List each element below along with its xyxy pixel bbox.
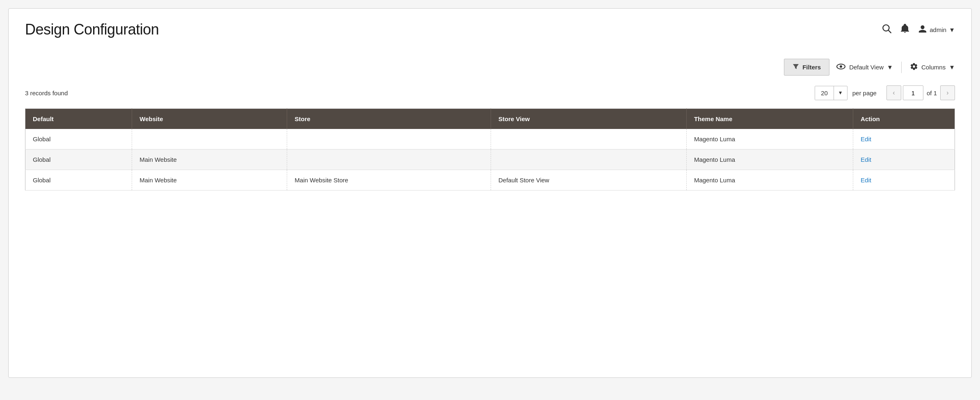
col-header-action: Action — [853, 109, 955, 129]
col-header-default: Default — [25, 109, 132, 129]
filter-icon — [793, 63, 799, 71]
gear-icon — [910, 62, 918, 72]
next-page-button[interactable]: › — [940, 85, 955, 100]
cell-website: Main Website — [132, 149, 287, 170]
col-header-store-view: Store View — [491, 109, 686, 129]
col-header-store: Store — [287, 109, 491, 129]
edit-link[interactable]: Edit — [861, 177, 871, 184]
filters-label: Filters — [802, 64, 821, 71]
user-caret-icon: ▼ — [949, 26, 955, 33]
view-control[interactable]: Default View ▼ — [836, 63, 893, 71]
page-number-input[interactable] — [903, 85, 923, 100]
per-page-label: per page — [852, 90, 877, 97]
cell-store — [287, 129, 491, 149]
search-icon[interactable] — [881, 23, 892, 36]
col-header-website: Website — [132, 109, 287, 129]
cell-store_view — [491, 149, 686, 170]
table-header-row: Default Website Store Store View Theme N… — [25, 109, 955, 129]
cell-store — [287, 149, 491, 170]
chevron-left-icon: ‹ — [893, 89, 895, 97]
cell-default: Global — [25, 170, 132, 191]
table-row: GlobalMagento LumaEdit — [25, 129, 955, 149]
table-head: Default Website Store Store View Theme N… — [25, 109, 955, 129]
records-found: 3 records found — [25, 90, 68, 97]
header-actions: admin ▼ — [881, 21, 955, 36]
username-label: admin — [930, 26, 946, 33]
columns-label: Columns — [921, 64, 946, 71]
cell-store_view — [491, 129, 686, 149]
per-page-select[interactable]: 20 ▼ — [815, 86, 848, 100]
page-header: Design Configuration admin — [25, 21, 955, 46]
eye-icon — [836, 63, 846, 71]
page-of-label: of 1 — [927, 90, 937, 97]
edit-link[interactable]: Edit — [861, 136, 871, 143]
user-menu[interactable]: admin ▼ — [918, 25, 955, 35]
records-bar: 3 records found 20 ▼ per page ‹ of 1 › — [25, 85, 955, 100]
cell-website — [132, 129, 287, 149]
per-page-value: 20 — [815, 86, 834, 100]
pagination: 20 ▼ per page ‹ of 1 › — [815, 85, 955, 100]
toolbar-divider — [901, 62, 902, 73]
view-label: Default View — [849, 64, 884, 71]
prev-page-button[interactable]: ‹ — [886, 85, 901, 100]
table-body: GlobalMagento LumaEditGlobalMain Website… — [25, 129, 955, 191]
cell-theme_name: Magento Luma — [686, 149, 853, 170]
page-nav: ‹ of 1 › — [886, 85, 955, 100]
bell-icon[interactable] — [900, 23, 910, 36]
cell-store_view: Default Store View — [491, 170, 686, 191]
edit-link[interactable]: Edit — [861, 156, 871, 163]
svg-marker-2 — [793, 64, 799, 69]
filters-button[interactable]: Filters — [784, 59, 829, 76]
table-row: GlobalMain WebsiteMain Website StoreDefa… — [25, 170, 955, 191]
col-header-theme-name: Theme Name — [686, 109, 853, 129]
cell-default: Global — [25, 129, 132, 149]
page-title: Design Configuration — [25, 21, 159, 38]
user-icon — [918, 25, 927, 35]
data-table: Default Website Store Store View Theme N… — [25, 108, 955, 191]
cell-action: Edit — [853, 170, 955, 191]
page-wrapper: Design Configuration admin — [8, 8, 972, 378]
view-caret-icon: ▼ — [887, 64, 893, 71]
cell-store: Main Website Store — [287, 170, 491, 191]
cell-website: Main Website — [132, 170, 287, 191]
columns-caret-icon: ▼ — [949, 64, 955, 71]
cell-action: Edit — [853, 149, 955, 170]
per-page-arrow[interactable]: ▼ — [834, 87, 847, 99]
chevron-right-icon: › — [946, 89, 948, 97]
cell-action: Edit — [853, 129, 955, 149]
table-row: GlobalMain WebsiteMagento LumaEdit — [25, 149, 955, 170]
cell-default: Global — [25, 149, 132, 170]
cell-theme_name: Magento Luma — [686, 170, 853, 191]
cell-theme_name: Magento Luma — [686, 129, 853, 149]
svg-line-1 — [889, 30, 891, 33]
toolbar: Filters Default View ▼ Columns ▼ — [25, 59, 955, 76]
svg-point-4 — [840, 65, 842, 68]
columns-control[interactable]: Columns ▼ — [910, 62, 955, 72]
